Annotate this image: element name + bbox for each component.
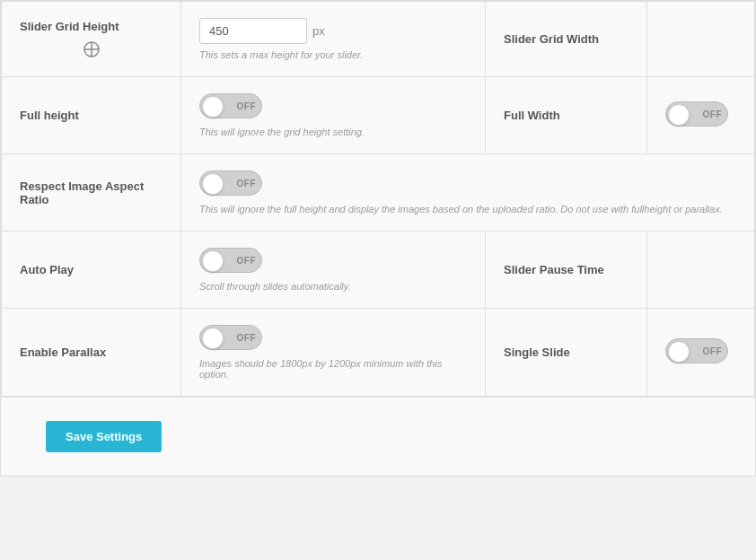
enable-parallax-toggle-label: OFF xyxy=(237,333,257,343)
slider-grid-height-control: px This sets a max height for your slide… xyxy=(181,2,486,77)
respect-aspect-ratio-row: Respect Image Aspect Ratio OFF This will… xyxy=(2,154,755,232)
slider-grid-width-label: Slider Grid Width xyxy=(486,2,647,77)
full-height-toggle[interactable]: OFF xyxy=(199,93,262,118)
full-height-hint: This will ignore the grid height setting… xyxy=(199,127,467,137)
slider-grid-height-input[interactable] xyxy=(199,18,307,44)
full-height-label: Full height xyxy=(2,77,181,154)
full-height-control: OFF This will ignore the grid height set… xyxy=(181,77,486,154)
slider-pause-time-label: Slider Pause Time xyxy=(486,232,647,309)
enable-parallax-hint: Images should be 1800px by 1200px minimu… xyxy=(199,358,467,380)
enable-parallax-control: OFF Images should be 1800px by 1200px mi… xyxy=(181,309,486,397)
enable-parallax-row: Enable Parallax OFF Images should be 180… xyxy=(2,309,755,397)
auto-play-row: Auto Play OFF Scroll through slides auto… xyxy=(2,232,755,309)
slider-grid-height-label: Slider Grid Height xyxy=(2,2,181,77)
single-slide-toggle-knob xyxy=(668,341,690,363)
auto-play-toggle-track: OFF xyxy=(199,248,262,273)
respect-aspect-ratio-control: OFF This will ignore the full height and… xyxy=(181,154,755,232)
auto-play-label: Auto Play xyxy=(2,232,181,309)
auto-play-hint: Scroll through slides automatically. xyxy=(199,281,467,292)
single-slide-toggle-label: OFF xyxy=(703,346,723,356)
single-slide-control: OFF xyxy=(647,309,755,397)
respect-aspect-ratio-label: Respect Image Aspect Ratio xyxy=(2,154,181,232)
full-height-toggle-knob xyxy=(202,96,224,118)
full-width-toggle-track: OFF xyxy=(665,101,728,127)
auto-play-toggle[interactable]: OFF xyxy=(199,248,262,273)
full-width-toggle-knob xyxy=(668,104,690,126)
auto-play-control: OFF Scroll through slides automatically. xyxy=(181,232,486,309)
settings-panel: Slider Grid Height px This sets a max he… xyxy=(0,0,756,477)
enable-parallax-label: Enable Parallax xyxy=(2,309,181,397)
full-height-toggle-track: OFF xyxy=(199,93,262,118)
respect-aspect-ratio-toggle-track: OFF xyxy=(199,171,262,196)
single-slide-toggle-track: OFF xyxy=(665,338,728,363)
auto-play-toggle-label: OFF xyxy=(237,256,257,266)
enable-parallax-toggle[interactable]: OFF xyxy=(199,325,262,350)
full-height-toggle-label: OFF xyxy=(237,101,257,111)
full-width-toggle[interactable]: OFF xyxy=(665,101,728,127)
full-width-control: OFF xyxy=(647,77,755,154)
slider-grid-height-hint: This sets a max height for your slider. xyxy=(199,49,467,60)
respect-aspect-ratio-toggle[interactable]: OFF xyxy=(199,171,262,196)
settings-table: Slider Grid Height px This sets a max he… xyxy=(1,1,755,397)
full-width-toggle-label: OFF xyxy=(703,109,723,119)
respect-aspect-ratio-hint: This will ignore the full height and dis… xyxy=(199,204,736,214)
slider-pause-time-control xyxy=(647,232,755,309)
enable-parallax-toggle-knob xyxy=(202,328,224,349)
respect-aspect-ratio-toggle-label: OFF xyxy=(237,179,257,188)
slider-grid-height-row: Slider Grid Height px This sets a max he… xyxy=(2,2,755,77)
enable-parallax-toggle-track: OFF xyxy=(199,325,262,350)
bottom-bar: Save Settings xyxy=(1,397,755,476)
respect-aspect-ratio-toggle-knob xyxy=(202,173,224,195)
save-settings-button[interactable]: Save Settings xyxy=(46,421,162,452)
single-slide-label: Single Slide xyxy=(486,309,647,397)
single-slide-toggle[interactable]: OFF xyxy=(665,338,728,363)
full-width-label: Full Width xyxy=(486,77,647,154)
cursor-icon xyxy=(83,40,101,58)
slider-grid-width-control xyxy=(647,2,755,77)
auto-play-toggle-knob xyxy=(202,250,224,272)
full-height-row: Full height OFF This will ignore the gri… xyxy=(2,77,755,154)
px-unit: px xyxy=(312,24,325,38)
